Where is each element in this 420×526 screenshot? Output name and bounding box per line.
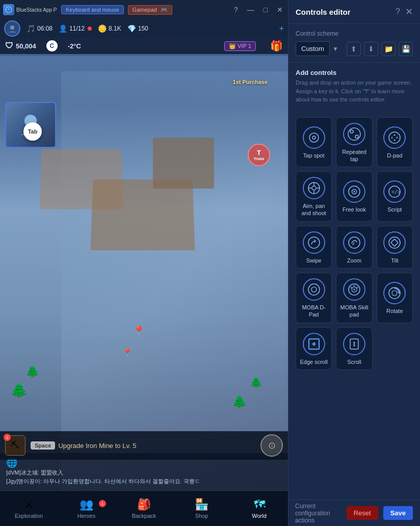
config-label: Current configuration actions bbox=[295, 503, 342, 524]
bottom-nav: ⚔ Exploration 👥 Heroes 1 🎒 Backpack 🏪 Sh… bbox=[0, 490, 288, 526]
svg-rect-35 bbox=[309, 339, 319, 349]
upload-scheme-button[interactable]: ⬆ bbox=[347, 42, 361, 56]
control-tilt[interactable]: Tilt bbox=[377, 226, 413, 269]
learn-more-link[interactable]: ? bbox=[364, 88, 368, 94]
script-icon: </> bbox=[383, 180, 406, 203]
svg-rect-24 bbox=[391, 239, 398, 246]
edge-scroll-label: Edge scroll bbox=[300, 358, 327, 365]
add-controls-section: Add controls Drag and drop an action on … bbox=[288, 63, 420, 117]
svg-text:</>: </> bbox=[391, 189, 401, 195]
repeated-tap-label: Repeated tap bbox=[338, 148, 370, 163]
control-rotate[interactable]: Rotate bbox=[377, 273, 413, 323]
control-zoom[interactable]: Zoom bbox=[336, 226, 372, 269]
vip-badge: 👑 VIP 1 bbox=[224, 41, 256, 51]
chat-line-2: [Jgy]맹이꽁이: 아무나 가입환영합니다. 타선에서 하다와서 겔할줄아요.… bbox=[6, 477, 282, 486]
svg-point-18 bbox=[353, 191, 355, 193]
tap-spot-label: Tap spot bbox=[303, 152, 325, 159]
top-bar: BlueStacks App Pl... Keyboard and mouse … bbox=[0, 0, 288, 19]
control-scroll[interactable]: Scroll bbox=[336, 327, 372, 370]
svg-point-26 bbox=[311, 287, 317, 292]
space-key: Space bbox=[31, 441, 55, 450]
control-moba-dpad[interactable]: MOBA D-Pad bbox=[296, 273, 332, 323]
svg-point-21 bbox=[308, 237, 320, 248]
edge-scroll-icon bbox=[303, 333, 325, 355]
quest-action-button[interactable]: ⊙ bbox=[260, 434, 283, 457]
panel-help-button[interactable]: ? bbox=[396, 7, 400, 16]
control-swipe[interactable]: Swipe bbox=[296, 226, 332, 269]
scroll-icon bbox=[343, 333, 365, 355]
control-script[interactable]: </> Script bbox=[377, 171, 413, 222]
control-dpad[interactable]: D-pad bbox=[377, 117, 413, 168]
swipe-label: Swipe bbox=[306, 257, 322, 264]
trial-badge: T Trials bbox=[248, 144, 270, 166]
scroll-label: Scroll bbox=[347, 358, 361, 365]
gold-stat: 🪙 8.1K bbox=[98, 24, 121, 33]
moba-dpad-icon bbox=[303, 278, 325, 301]
add-controls-title: Add controls bbox=[296, 69, 413, 76]
restore-button[interactable]: □ bbox=[261, 5, 270, 15]
add-resources-button[interactable]: + bbox=[279, 24, 284, 33]
scheme-select[interactable]: Custom Default FPS MOBA bbox=[296, 41, 330, 56]
add-controls-desc: Drag and drop an action on your game scr… bbox=[296, 78, 413, 104]
svg-point-25 bbox=[308, 284, 320, 295]
chest-icon[interactable]: 🎁 bbox=[270, 40, 283, 52]
script-label: Script bbox=[387, 206, 402, 213]
app-logo bbox=[3, 4, 14, 15]
help-button[interactable]: ? bbox=[232, 5, 240, 15]
tap-spot-icon bbox=[303, 126, 325, 149]
people-stat: 👤 11/12 bbox=[59, 24, 92, 33]
nav-heroes[interactable]: 👥 Heroes 1 bbox=[58, 498, 115, 519]
svg-point-5 bbox=[312, 136, 316, 139]
export-scheme-button[interactable]: 💾 bbox=[399, 42, 413, 56]
nav-backpack[interactable]: 🎒 Backpack bbox=[115, 498, 173, 519]
temperature: -2°C bbox=[68, 42, 81, 50]
repeated-tap-icon bbox=[343, 123, 365, 145]
control-repeated-tap[interactable]: Repeated tap bbox=[336, 117, 372, 168]
purchase-badge: 1st Purchase bbox=[233, 79, 268, 85]
save-button[interactable]: Save bbox=[383, 506, 413, 520]
control-aim-pan-shoot[interactable]: Aim, pan and shoot bbox=[296, 171, 332, 222]
control-free-look[interactable]: Free look bbox=[336, 171, 372, 222]
zoom-label: Zoom bbox=[347, 257, 361, 264]
rotate-label: Rotate bbox=[386, 307, 403, 314]
panel-title: Controls editor bbox=[296, 8, 351, 16]
panel-close-button[interactable]: ✕ bbox=[405, 6, 413, 17]
control-moba-skill[interactable]: MOBA Skill pad bbox=[336, 273, 372, 323]
svg-point-1 bbox=[10, 25, 14, 30]
quest-icon[interactable]: ⛏ 2 bbox=[5, 435, 25, 456]
scheme-label: Control scheme bbox=[296, 30, 413, 37]
moba-skill-label: MOBA Skill pad bbox=[338, 304, 370, 319]
heroes-badge: 1 bbox=[99, 500, 106, 507]
shield-resource: 🛡 50,004 bbox=[5, 41, 36, 50]
quest-text: Upgrade Iron Mine to Lv. 5 bbox=[58, 442, 255, 450]
mode-badge[interactable]: Keyboard and mouse bbox=[61, 5, 124, 14]
nav-exploration[interactable]: ⚔ Exploration bbox=[0, 498, 58, 519]
svg-point-31 bbox=[356, 286, 358, 288]
reset-button[interactable]: Reset bbox=[347, 506, 378, 520]
nav-world[interactable]: 🗺 World bbox=[230, 498, 288, 519]
scheme-section: Control scheme Custom Default FPS MOBA ▼… bbox=[288, 24, 420, 63]
close-button[interactable]: ✕ bbox=[275, 5, 285, 15]
minimize-button[interactable]: — bbox=[245, 5, 256, 15]
free-look-icon bbox=[343, 180, 365, 203]
svg-point-34 bbox=[392, 291, 397, 296]
moba-skill-icon bbox=[343, 278, 365, 301]
svg-point-6 bbox=[348, 128, 360, 140]
svg-rect-36 bbox=[309, 339, 319, 349]
control-tap-spot[interactable]: Tap spot bbox=[296, 117, 332, 168]
bottom-panel: Current configuration actions Reset Save bbox=[288, 499, 420, 526]
nav-shop[interactable]: 🏪 Shop bbox=[173, 498, 230, 519]
aim-pan-shoot-label: Aim, pan and shoot bbox=[298, 202, 329, 217]
zoom-icon bbox=[343, 231, 365, 254]
controls-panel: Controls editor ? ✕ Control scheme Custo… bbox=[288, 0, 420, 526]
control-edge-scroll[interactable]: Edge scroll bbox=[296, 327, 332, 370]
download-scheme-button[interactable]: ⬇ bbox=[364, 42, 378, 56]
tilt-icon bbox=[383, 231, 406, 254]
aim-pan-shoot-icon bbox=[303, 177, 325, 199]
panel-header-icons: ? ✕ bbox=[396, 6, 413, 17]
import-scheme-button[interactable]: 📁 bbox=[381, 42, 396, 56]
svg-point-22 bbox=[349, 237, 360, 248]
svg-point-8 bbox=[355, 135, 358, 138]
scheme-row: Custom Default FPS MOBA ▼ ⬆ ⬇ 📁 💾 bbox=[296, 41, 413, 56]
gamepad-button[interactable]: Gamepad 🎮 bbox=[128, 5, 172, 15]
